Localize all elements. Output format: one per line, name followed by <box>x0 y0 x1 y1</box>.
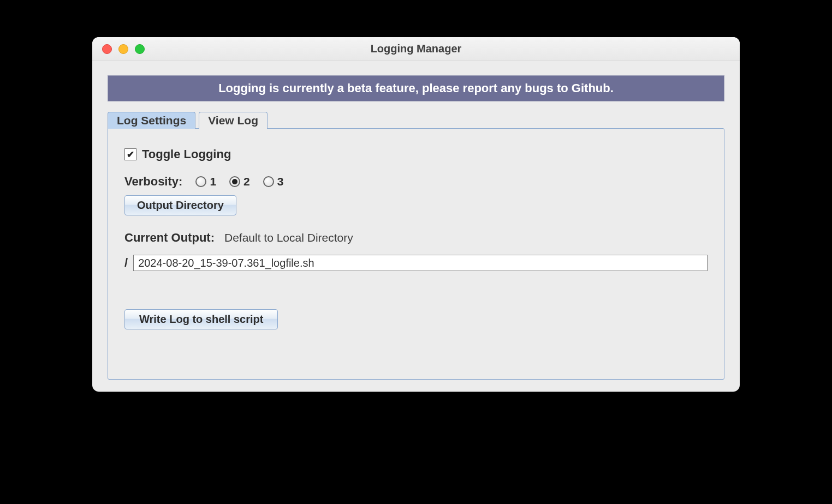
tab-view-log[interactable]: View Log <box>199 112 268 129</box>
verbosity-row: Verbosity: 1 2 3 <box>124 175 708 189</box>
current-output-row: Current Output: Default to Local Directo… <box>124 231 708 245</box>
window-title: Logging Manager <box>92 43 740 55</box>
current-output-label: Current Output: <box>124 231 215 245</box>
radio-icon <box>263 176 274 187</box>
radio-icon <box>229 176 240 187</box>
logging-manager-window: Logging Manager Logging is currently a b… <box>92 37 740 392</box>
verbosity-3-label: 3 <box>277 175 284 188</box>
verbosity-radio-3[interactable]: 3 <box>263 175 284 188</box>
log-settings-panel: ✔ Toggle Logging Verbosity: 1 2 <box>108 128 724 380</box>
toggle-logging-row: ✔ Toggle Logging <box>124 147 708 161</box>
beta-banner: Logging is currently a beta feature, ple… <box>108 75 724 101</box>
path-prefix: / <box>124 256 128 270</box>
traffic-lights <box>92 44 145 54</box>
close-icon[interactable] <box>102 44 112 54</box>
output-directory-button[interactable]: Output Directory <box>124 195 236 215</box>
verbosity-radio-1[interactable]: 1 <box>195 175 216 188</box>
write-log-button[interactable]: Write Log to shell script <box>124 309 278 329</box>
verbosity-1-label: 1 <box>210 175 216 188</box>
minimize-icon[interactable] <box>118 44 128 54</box>
verbosity-2-label: 2 <box>243 175 250 188</box>
tabs-row: Log Settings View Log <box>108 111 724 128</box>
verbosity-radio-2[interactable]: 2 <box>229 175 250 188</box>
titlebar: Logging Manager <box>92 37 740 61</box>
logfile-path-input[interactable] <box>133 255 708 271</box>
verbosity-label: Verbosity: <box>124 175 182 189</box>
toggle-logging-checkbox[interactable]: ✔ <box>124 148 136 160</box>
window-content: Logging is currently a beta feature, ple… <box>92 61 740 392</box>
radio-icon <box>195 176 206 187</box>
tab-log-settings[interactable]: Log Settings <box>108 112 195 129</box>
zoom-icon[interactable] <box>135 44 145 54</box>
logfile-path-row: / <box>124 255 708 271</box>
current-output-value: Default to Local Directory <box>224 231 353 244</box>
toggle-logging-label: Toggle Logging <box>142 147 231 161</box>
